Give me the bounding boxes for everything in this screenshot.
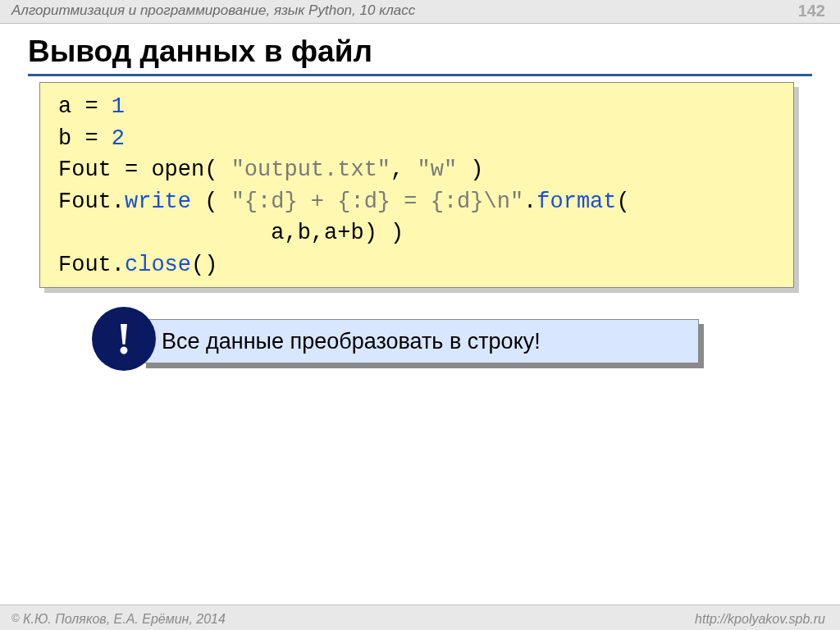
code-text: ( — [191, 189, 231, 214]
code-text: , — [390, 158, 417, 182]
code-string: "output.txt" — [231, 158, 390, 182]
code-content: a = 1 b = 2 Fout = open( "output.txt", "… — [58, 91, 780, 281]
code-text: ( — [617, 189, 630, 214]
code-text: Fout. — [58, 253, 125, 277]
code-box: a = 1 b = 2 Fout = open( "output.txt", "… — [39, 82, 794, 288]
code-number: 1 — [112, 94, 125, 119]
code-method: format — [536, 189, 616, 214]
footer-authors: © К.Ю. Поляков, Е.А. Ерёмин, 2014 — [11, 612, 226, 627]
title-underline — [28, 74, 812, 76]
page-title: Вывод данных в файл — [28, 34, 372, 69]
code-string: "w" — [417, 158, 457, 182]
code-text: b = — [58, 126, 112, 151]
authors-text: К.Ю. Поляков, Е.А. Ерёмин, 2014 — [20, 612, 226, 626]
code-method: close — [125, 253, 191, 277]
note-text: Все данные преобразовать в строку! — [162, 329, 541, 354]
top-bar: Алгоритмизация и программирование, язык … — [0, 0, 840, 24]
code-text: . — [523, 189, 536, 214]
code-text: ) — [457, 158, 483, 182]
code-method: write — [125, 189, 191, 214]
subject-label: Алгоритмизация и программирование, язык … — [11, 2, 415, 19]
page-number: 142 — [798, 2, 825, 21]
code-text: Fout = open( — [58, 158, 231, 182]
code-string: "{:d} + {:d} = {:d}\n" — [231, 189, 523, 214]
exclamation-icon: ! — [92, 307, 156, 371]
code-text: a = — [58, 94, 112, 119]
copyright-icon: © — [11, 612, 20, 624]
note-box: Все данные преобразовать в строку! — [141, 319, 699, 363]
code-text: Fout. — [58, 189, 125, 214]
code-text: () — [191, 253, 217, 277]
footer-bar: © К.Ю. Поляков, Е.А. Ерёмин, 2014 http:/… — [0, 605, 840, 630]
code-number: 2 — [112, 126, 125, 151]
footer-url: http://kpolyakov.spb.ru — [695, 612, 825, 627]
slide: Алгоритмизация и программирование, язык … — [0, 0, 840, 630]
code-text: a,b,a+b) ) — [58, 221, 404, 245]
